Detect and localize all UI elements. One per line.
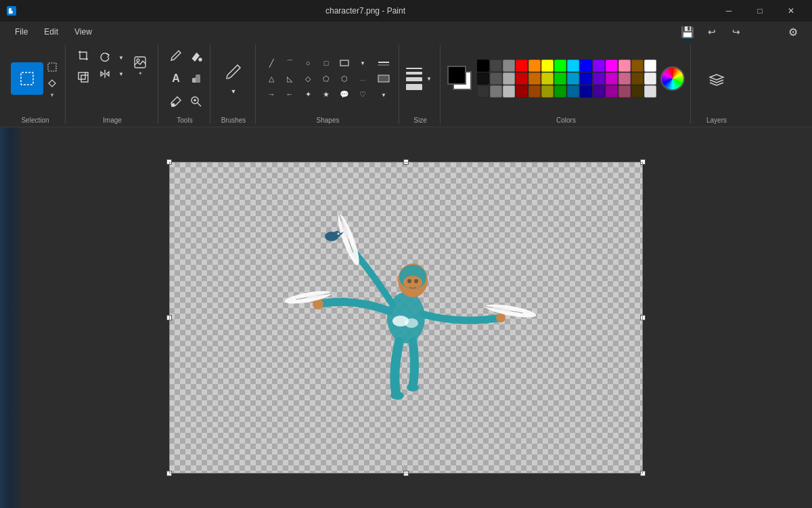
color-swatch[interactable] xyxy=(516,72,528,85)
flip-button[interactable] xyxy=(95,66,114,81)
color-swatch[interactable] xyxy=(618,85,631,98)
stroke-style-button[interactable] xyxy=(374,55,393,70)
selection-dropdown[interactable]: ▼ xyxy=(45,92,60,98)
color-swatch[interactable] xyxy=(490,72,502,85)
settings-button[interactable]: ⚙ xyxy=(782,21,804,43)
handle-top-right[interactable] xyxy=(640,159,646,165)
color-picker-tool[interactable] xyxy=(165,91,187,112)
shape-curve[interactable]: ⌒ xyxy=(281,56,298,70)
shape-outline-style[interactable]: ▼ xyxy=(374,87,393,102)
shape-outline-dropdown[interactable]: ▼ xyxy=(354,56,371,70)
color-swatch[interactable] xyxy=(554,60,566,72)
rotate-dropdown[interactable]: ▼ xyxy=(116,50,127,65)
color-swatch[interactable] xyxy=(606,60,618,72)
menu-file[interactable]: File xyxy=(8,24,35,39)
color-swatch[interactable] xyxy=(503,60,515,72)
color-swatch[interactable] xyxy=(644,72,656,85)
crop-button[interactable] xyxy=(72,45,94,66)
color-swatch[interactable] xyxy=(631,60,644,72)
size-dropdown[interactable]: ▼ xyxy=(424,62,434,95)
shape-triangle[interactable]: △ xyxy=(263,71,280,86)
canvas[interactable] xyxy=(169,162,643,473)
color-swatch[interactable] xyxy=(516,85,528,98)
color-swatch[interactable] xyxy=(631,72,644,85)
color-swatch[interactable] xyxy=(554,85,566,98)
shape-arrow-r[interactable]: → xyxy=(263,87,280,102)
ai-image-button[interactable]: ✦ xyxy=(128,49,152,82)
brush-tool[interactable] xyxy=(217,60,250,84)
brush-dropdown[interactable]: ▼ xyxy=(217,85,250,98)
color-swatch[interactable] xyxy=(477,72,489,85)
color-swatch[interactable] xyxy=(541,60,554,72)
maximize-button[interactable]: □ xyxy=(744,0,775,22)
color-swatch[interactable] xyxy=(528,85,541,98)
color-wheel[interactable] xyxy=(660,66,685,91)
rotate-button[interactable] xyxy=(95,50,114,65)
handle-bottom-center[interactable] xyxy=(403,471,409,476)
handle-middle-right[interactable] xyxy=(640,315,646,320)
color-swatch[interactable] xyxy=(567,85,579,98)
color-swatch[interactable] xyxy=(618,72,631,85)
fill-style-button[interactable] xyxy=(374,71,393,86)
handle-bottom-right[interactable] xyxy=(640,471,646,476)
menu-view[interactable]: View xyxy=(68,24,99,39)
resize-button[interactable] xyxy=(72,68,94,87)
color-swatch[interactable] xyxy=(528,60,541,72)
eraser-tool[interactable] xyxy=(185,68,207,89)
color-swatch[interactable] xyxy=(593,85,605,98)
save-button[interactable]: 💾 xyxy=(677,21,698,43)
color-swatch[interactable] xyxy=(593,72,605,85)
color-swatch[interactable] xyxy=(490,85,502,98)
shape-heart[interactable]: ♡ xyxy=(354,87,371,102)
menu-edit[interactable]: Edit xyxy=(37,24,65,39)
layers-button[interactable] xyxy=(703,66,730,93)
fill-tool[interactable] xyxy=(185,45,207,66)
shape-ellipse[interactable]: ○ xyxy=(299,56,317,70)
color-swatch[interactable] xyxy=(567,72,579,85)
canvas-container[interactable] xyxy=(169,162,643,473)
color-swatch[interactable] xyxy=(618,60,631,72)
canvas-area[interactable] xyxy=(0,127,812,508)
shape-pentagon[interactable]: ⬠ xyxy=(317,71,335,86)
shape-arrow-l[interactable]: ← xyxy=(281,87,298,102)
color-swatch[interactable] xyxy=(554,72,566,85)
shape-right-triangle[interactable]: ◺ xyxy=(281,71,298,86)
redo-button[interactable]: ↪ xyxy=(725,21,747,43)
selection-sub-button[interactable] xyxy=(45,76,60,91)
color-swatch[interactable] xyxy=(631,85,644,98)
handle-top-center[interactable] xyxy=(403,159,409,165)
color-swatch[interactable] xyxy=(606,85,618,98)
color-swatch[interactable] xyxy=(644,85,656,98)
color-swatch[interactable] xyxy=(644,60,656,72)
minimize-button[interactable]: ─ xyxy=(713,0,744,22)
selection-tool[interactable] xyxy=(11,62,43,95)
handle-bottom-left[interactable] xyxy=(166,471,172,476)
selection-mode-toggle[interactable] xyxy=(45,60,60,75)
color-swatch[interactable] xyxy=(490,60,502,72)
zoom-tool[interactable] xyxy=(185,91,207,112)
close-button[interactable]: ✕ xyxy=(775,0,807,22)
color-swatch[interactable] xyxy=(541,85,554,98)
color-swatch[interactable] xyxy=(516,60,528,72)
color-swatch[interactable] xyxy=(477,60,489,72)
shape-more[interactable]: … xyxy=(354,71,371,86)
color-swatch[interactable] xyxy=(503,72,515,85)
color-swatch[interactable] xyxy=(580,85,592,98)
color-swatch[interactable] xyxy=(567,60,579,72)
shape-diamond[interactable]: ◇ xyxy=(299,71,317,86)
handle-middle-left[interactable] xyxy=(166,315,172,320)
flip-dropdown[interactable]: ▼ xyxy=(116,66,127,81)
shape-outline-btn[interactable] xyxy=(336,56,353,70)
color-swatch[interactable] xyxy=(580,72,592,85)
shape-star5[interactable]: ★ xyxy=(317,87,335,102)
color-swatch[interactable] xyxy=(580,60,592,72)
color-swatch[interactable] xyxy=(541,72,554,85)
color-swatch[interactable] xyxy=(477,85,489,98)
shape-star4[interactable]: ✦ xyxy=(299,87,317,102)
shape-rect[interactable]: □ xyxy=(317,56,335,70)
foreground-color[interactable] xyxy=(447,66,466,85)
color-swatch[interactable] xyxy=(593,60,605,72)
color-swatch[interactable] xyxy=(606,72,618,85)
handle-top-left[interactable] xyxy=(166,159,172,165)
undo-button[interactable]: ↩ xyxy=(701,21,723,43)
